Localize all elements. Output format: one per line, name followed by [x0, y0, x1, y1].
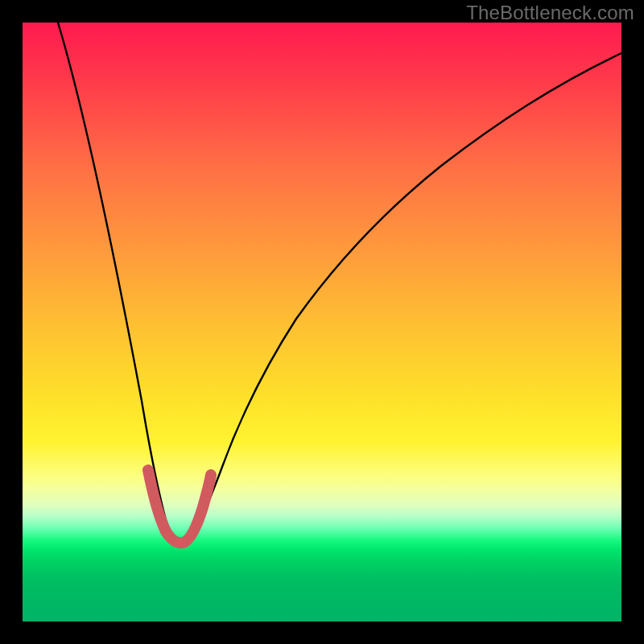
plot-area	[23, 23, 621, 621]
watermark-text: TheBottleneck.com	[466, 2, 634, 24]
chart-frame: TheBottleneck.com	[0, 0, 644, 644]
curve-layer	[23, 23, 621, 621]
bottleneck-curve	[58, 23, 621, 540]
